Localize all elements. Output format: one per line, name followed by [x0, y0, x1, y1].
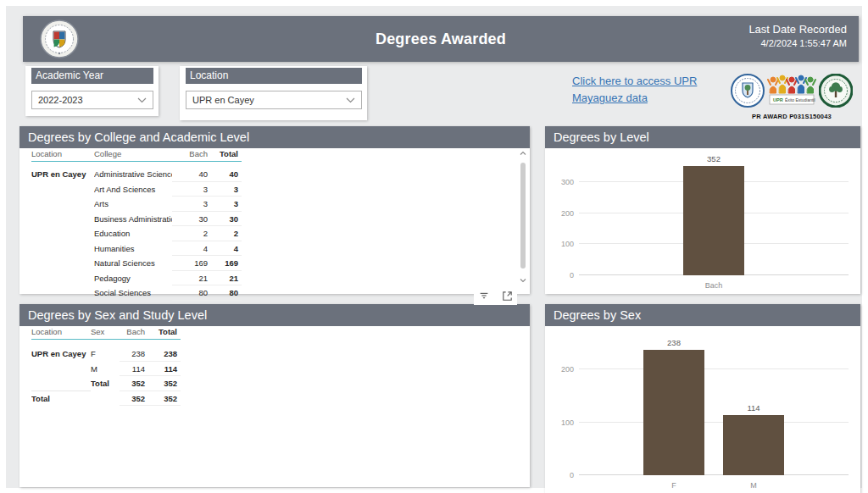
table-cell: UPR en Cayey [31, 167, 94, 182]
table-header: LocationCollegeBachTotal [31, 148, 242, 162]
y-axis-tick-label: 0 [550, 471, 574, 479]
table-cell: 169 [211, 256, 242, 271]
bar-M[interactable] [723, 415, 784, 475]
table-cell: 352 [120, 376, 148, 391]
degrees-by-sex-table: UPR en CayeyF238238M114114Total352352Tot… [31, 346, 181, 406]
bar-F[interactable] [643, 350, 704, 475]
chevron-down-icon [137, 95, 147, 105]
column-header: Total [211, 148, 242, 162]
academic-year-dropdown[interactable]: 2022-2023 [31, 91, 153, 109]
degrees-by-college-table: UPR en CayeyAdministrative Sciences4040A… [31, 167, 242, 301]
category-label: M [723, 481, 784, 490]
exito-estudiantil-logo: UPR Éxito Estudiantil [766, 74, 817, 111]
link-line-1: Click here to access UPR [572, 73, 697, 90]
table-row[interactable]: Pedagogy2121 [31, 271, 242, 286]
table-cell [31, 376, 91, 391]
column-header: Location [31, 326, 91, 340]
chart-plot-area: 0100200238F114M [579, 338, 849, 475]
table-cell: M [91, 362, 120, 377]
last-date-recorded: Last Date Recorded 4/2/2024 1:55:47 AM [748, 23, 847, 48]
table-cell: 21 [211, 271, 242, 286]
table-cell: 3 [172, 197, 211, 212]
bar-group-M: 114M [723, 338, 784, 475]
table-cell [31, 226, 94, 241]
table-row[interactable]: M114114 [31, 362, 181, 377]
degrees-by-level-chart: 0100200300352Bach [545, 148, 860, 294]
dropdown-value: UPR en Cayey [192, 95, 254, 105]
table-cell [31, 212, 94, 227]
table-cell: UPR en Cayey [31, 346, 91, 362]
table-cell: Humanities [94, 241, 172, 257]
degrees-by-sex-chart: 0100200238F114M [545, 326, 860, 493]
table-cell: 238 [120, 346, 148, 362]
table-row[interactable]: Arts33 [31, 197, 242, 212]
table-cell: Total [31, 391, 91, 407]
category-label: Bach [683, 281, 744, 290]
vertical-scrollbar[interactable] [519, 148, 527, 287]
table-cell: 30 [211, 212, 242, 227]
table-cell: 3 [211, 197, 242, 212]
table-row[interactable]: Total352352 [31, 391, 181, 407]
table-cell: 80 [172, 285, 211, 301]
bar-Bach[interactable] [683, 166, 744, 275]
table-cell: Pedagogy [94, 271, 172, 286]
filter-lines-icon[interactable] [476, 288, 492, 303]
scrollbar-thumb[interactable] [520, 163, 526, 269]
table-cell: Business Administration [94, 212, 172, 227]
table-row[interactable]: Education22 [31, 226, 242, 241]
table-cell: Education [94, 226, 172, 241]
table-cell: 114 [148, 362, 181, 377]
table-cell: 352 [120, 391, 148, 407]
table-row[interactable]: Humanities44 [31, 241, 242, 257]
chevron-down-icon [346, 95, 355, 105]
location-dropdown[interactable]: UPR en Cayey [186, 91, 362, 109]
table-cell: Natural Sciences [94, 256, 172, 271]
table-cell: 40 [172, 167, 211, 182]
tree-seal-logo [819, 74, 853, 111]
degrees-by-college-panel: Degrees by College and Academic Level Lo… [19, 126, 530, 294]
people-brand-text: UPR [773, 97, 783, 102]
table-cell: 352 [148, 376, 181, 391]
table-cell: Arts [94, 197, 172, 212]
slicer-label: Location [186, 68, 362, 84]
mayaguez-data-link[interactable]: Click here to access UPR Mayaguez data [572, 73, 697, 107]
column-header: Total [148, 326, 181, 340]
focus-mode-icon[interactable] [499, 288, 515, 303]
table-cell: 352 [148, 391, 181, 407]
pr-award-text: PR AWARD P031S150043 [725, 113, 859, 120]
y-axis-tick-label: 200 [550, 209, 574, 218]
table-row[interactable]: Natural Sciences169169 [31, 256, 242, 271]
table-cell: 2 [211, 226, 242, 241]
table-row[interactable]: Business Administration3030 [31, 212, 242, 227]
data-label: 114 [723, 403, 784, 413]
table-row[interactable]: Total352352 [31, 376, 181, 391]
dashboard-canvas: Degrees Awarded Last Date Recorded 4/2/2… [6, 6, 862, 488]
table-cell: 80 [211, 285, 242, 301]
table-cell: 169 [172, 256, 211, 271]
bar-group-Bach: 352Bach [683, 160, 744, 275]
category-label: F [643, 481, 704, 490]
degrees-by-level-panel: Degrees by Level 0100200300352Bach [545, 126, 860, 294]
table-cell [31, 197, 94, 212]
page-title: Degrees Awarded [23, 30, 859, 48]
chevron-down-icon[interactable] [519, 277, 527, 285]
table-row[interactable]: UPR en CayeyAdministrative Sciences4040 [31, 167, 242, 182]
panel-title: Degrees by Level [545, 126, 860, 148]
chevron-up-icon[interactable] [519, 150, 527, 158]
logos-cluster: UPR Éxito Estudiantil PR AWARD P031S1500… [725, 74, 859, 120]
table-row[interactable]: Social Sciences8080 [31, 285, 242, 301]
panel-title: Degrees by Sex [545, 304, 860, 326]
link-line-2: Mayaguez data [572, 90, 697, 107]
bar-group-F: 238F [643, 338, 704, 475]
last-date-value: 4/2/2024 1:55:47 AM [748, 38, 847, 48]
table-row[interactable]: Art And Sciences33 [31, 182, 242, 197]
y-axis-tick-label: 200 [550, 365, 574, 374]
cayey-seal-logo [731, 74, 765, 111]
panel-title: Degrees by College and Academic Level [19, 126, 530, 148]
table-row[interactable]: UPR en CayeyF238238 [31, 346, 181, 362]
column-header: Location [31, 148, 94, 162]
table-cell: 2 [172, 226, 211, 241]
academic-year-slicer: Academic Year 2022-2023 [25, 66, 159, 116]
table-cell [31, 285, 94, 301]
degrees-by-sex-table-panel: Degrees by Sex and Study Level LocationS… [19, 304, 530, 487]
